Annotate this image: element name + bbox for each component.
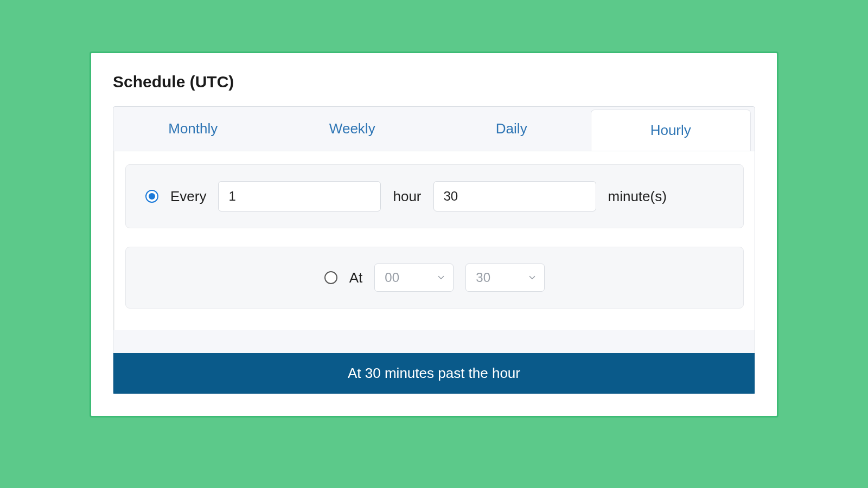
label-every: Every xyxy=(170,188,206,205)
select-at-minute-wrap: 30 xyxy=(465,264,545,292)
page-title: Schedule (UTC) xyxy=(113,73,755,91)
schedule-summary: At 30 minutes past the hour xyxy=(113,353,755,394)
option-at-row: At 00 30 xyxy=(125,247,744,309)
schedule-panel: Monthly Weekly Daily Hourly Every hour m… xyxy=(113,106,755,394)
select-at-minute[interactable]: 30 xyxy=(465,264,545,292)
tab-bar: Monthly Weekly Daily Hourly xyxy=(113,107,755,151)
input-every-minutes[interactable] xyxy=(433,181,596,211)
radio-at[interactable] xyxy=(324,271,337,284)
label-hour: hour xyxy=(393,188,421,205)
tab-hourly[interactable]: Hourly xyxy=(591,110,751,151)
tab-weekly[interactable]: Weekly xyxy=(273,107,432,151)
option-every-row: Every hour minute(s) xyxy=(125,164,744,228)
select-at-hour[interactable]: 00 xyxy=(374,264,454,292)
tab-daily[interactable]: Daily xyxy=(432,107,591,151)
radio-every[interactable] xyxy=(145,190,158,203)
tab-monthly[interactable]: Monthly xyxy=(113,107,273,151)
input-every-hours[interactable] xyxy=(218,181,381,211)
schedule-card: Schedule (UTC) Monthly Weekly Daily Hour… xyxy=(90,52,778,418)
radio-dot-icon xyxy=(149,193,155,200)
select-at-hour-wrap: 00 xyxy=(374,264,454,292)
label-at: At xyxy=(349,269,363,286)
tab-content: Every hour minute(s) At 00 30 xyxy=(113,151,755,330)
label-minutes: minute(s) xyxy=(608,188,667,205)
